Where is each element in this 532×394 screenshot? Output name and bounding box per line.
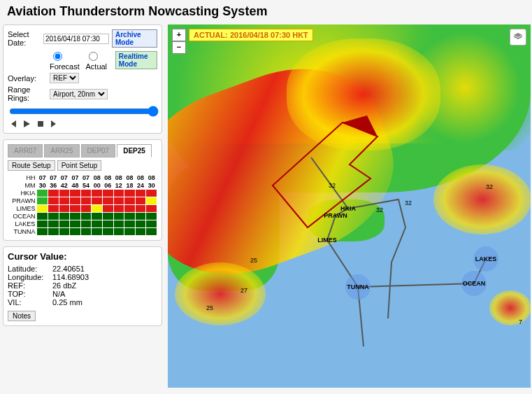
storm-cell-label: 32 bbox=[376, 206, 383, 213]
cursor-value-panel: Cursor Value: Latitude:22.40651Longitude… bbox=[3, 246, 162, 326]
tab-dep07[interactable]: DEP07 bbox=[81, 144, 116, 157]
step-back-icon[interactable] bbox=[8, 119, 17, 129]
cursor-heading: Cursor Value: bbox=[8, 251, 157, 262]
range-rings-select[interactable]: Airport, 20nm bbox=[50, 89, 108, 99]
storm-cell-label: 25 bbox=[250, 257, 257, 264]
storm-cell-label: 32 bbox=[405, 199, 412, 206]
table-row: TUNNA bbox=[8, 228, 157, 236]
storm-cell-label: 7 bbox=[519, 318, 522, 325]
route-setup-button[interactable]: Route Setup bbox=[8, 160, 55, 171]
table-row: LIMES bbox=[8, 205, 157, 213]
page-title: Aviation Thunderstorm Nowcasting System bbox=[7, 4, 525, 19]
cursor-row: Longitude:114.68903 bbox=[8, 273, 157, 281]
zoom-in-button[interactable]: + bbox=[172, 29, 186, 41]
forecast-radio[interactable]: Forecast bbox=[50, 50, 82, 71]
svg-rect-0 bbox=[38, 121, 43, 127]
time-slider[interactable] bbox=[9, 108, 159, 115]
zoom-out-button[interactable]: − bbox=[172, 41, 186, 54]
point-setup-button[interactable]: Point Setup bbox=[57, 160, 102, 171]
tab-arr25[interactable]: ARR25 bbox=[44, 144, 79, 157]
table-row: HKIA bbox=[8, 190, 157, 197]
cursor-row: REF:26 dbZ bbox=[8, 281, 157, 290]
archive-mode-button[interactable]: Archive Mode bbox=[112, 29, 157, 48]
storm-cell-label: 25 bbox=[206, 304, 213, 311]
storm-cell-label: 32 bbox=[329, 182, 336, 189]
cursor-row: TOP:N/A bbox=[8, 290, 157, 298]
controls-panel: Select Date: Archive Mode Forecast Actua… bbox=[3, 24, 162, 134]
waypoint-ocean[interactable]: OCEAN bbox=[461, 271, 487, 296]
storm-cell-label: 32 bbox=[486, 183, 493, 190]
layers-icon bbox=[512, 31, 524, 43]
storm-cell-label: 27 bbox=[240, 287, 247, 294]
waypoint-prawn[interactable]: PRAWN bbox=[324, 212, 347, 219]
waypoint-limes[interactable]: LIMES bbox=[317, 237, 337, 244]
stop-icon[interactable] bbox=[36, 119, 45, 129]
cursor-row: Latitude:22.40651 bbox=[8, 265, 157, 273]
overlay-select[interactable]: REF bbox=[50, 73, 79, 83]
notes-button[interactable]: Notes bbox=[8, 311, 36, 321]
waypoint-lakes[interactable]: LAKES bbox=[473, 246, 498, 272]
radar-map[interactable]: + − ACTUAL: 2016/04/18 07:30 HKT bbox=[168, 24, 531, 388]
overlay-label: Overlay: bbox=[8, 74, 47, 83]
step-forward-icon[interactable] bbox=[50, 119, 59, 129]
tab-arr07[interactable]: ARR07 bbox=[8, 144, 43, 157]
table-row: PRAWN bbox=[8, 197, 157, 205]
table-row: OCEAN bbox=[8, 213, 157, 220]
realtime-mode-button[interactable]: Realtime Mode bbox=[115, 51, 157, 69]
select-date-label: Select Date: bbox=[8, 30, 41, 47]
route-grid-panel: ARR07ARR25DEP07DEP25 Route Setup Point S… bbox=[3, 139, 162, 241]
play-icon[interactable] bbox=[22, 119, 31, 129]
date-input[interactable] bbox=[43, 34, 109, 44]
layers-button[interactable] bbox=[510, 29, 526, 45]
tab-dep25[interactable]: DEP25 bbox=[117, 144, 152, 157]
table-row: LAKES bbox=[8, 220, 157, 228]
waypoint-hkia[interactable]: HKIA bbox=[340, 205, 356, 212]
range-rings-label: Range Rings: bbox=[8, 85, 47, 102]
cursor-row: VIL:0.25 mm bbox=[8, 298, 157, 307]
waypoint-tunna[interactable]: TUNNA bbox=[345, 274, 371, 300]
actual-radio[interactable]: Actual bbox=[85, 50, 112, 71]
timestamp-banner: ACTUAL: 2016/04/18 07:30 HKT bbox=[189, 29, 313, 41]
alert-grid: HH0707070707080808080808MM30364248540006… bbox=[8, 174, 157, 236]
